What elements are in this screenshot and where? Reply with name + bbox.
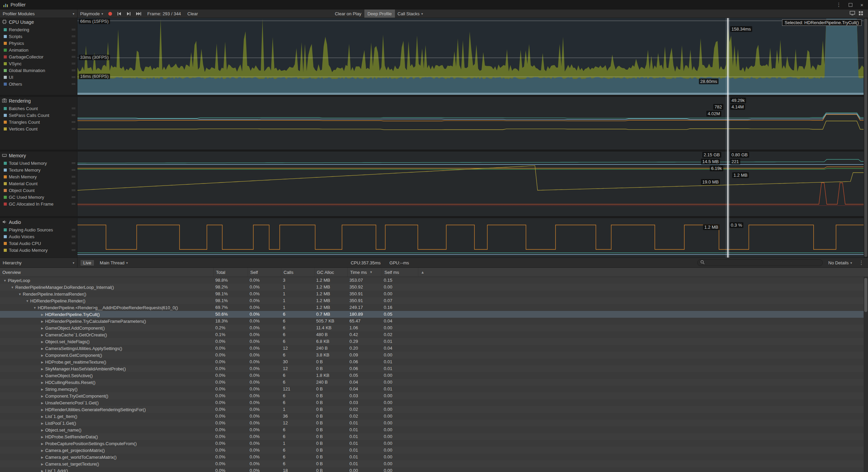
drag-handle-icon[interactable] xyxy=(72,48,75,52)
expander-closed-icon[interactable]: ▶ xyxy=(39,413,45,420)
selected-frame-indicator[interactable] xyxy=(727,18,728,258)
drag-handle-icon[interactable] xyxy=(72,175,75,178)
expander-closed-icon[interactable]: ▶ xyxy=(39,440,45,447)
legend-item-batches-count[interactable]: Batches Count xyxy=(0,105,77,112)
legend-item-global-illumination[interactable]: Global Illumination xyxy=(0,67,77,74)
expander-open-icon[interactable]: ▼ xyxy=(17,291,23,298)
live-toggle[interactable]: Live xyxy=(80,260,94,266)
clear-button[interactable]: Clear xyxy=(184,10,201,18)
table-row[interactable]: ▼PlayerLoop98.8%0.0%31.2 MB353.070.15 xyxy=(0,277,868,284)
drag-handle-icon[interactable] xyxy=(72,55,75,58)
call-stacks-dropdown[interactable]: Call Stacks ▾ xyxy=(395,10,426,18)
layout-grid-icon[interactable] xyxy=(858,11,863,17)
legend-item-others[interactable]: Others xyxy=(0,81,77,87)
table-row[interactable]: ▶HDProbe.SetRenderData()0.0%0.0%60 B0.01… xyxy=(0,433,868,440)
module-header-cpu-usage[interactable]: CPU Usage xyxy=(0,18,77,26)
drag-handle-icon[interactable] xyxy=(72,202,75,206)
table-row[interactable]: ▶SkyManager.HasSetValidAmbientProbe()0.0… xyxy=(0,365,868,372)
table-row[interactable]: ▶List`1.Add()0.0%0.0%180 B0.000.00 xyxy=(0,467,868,472)
legend-item-total-audio-memory[interactable]: Total Audio Memory xyxy=(0,247,77,254)
legend-item-gc-allocated-in-frame[interactable]: GC Allocated In Frame xyxy=(0,200,77,207)
pane-divider[interactable] xyxy=(0,95,868,97)
search-input[interactable] xyxy=(707,260,820,265)
column-header-time-ms[interactable]: Time ms▼ xyxy=(347,268,382,277)
drag-handle-icon[interactable] xyxy=(72,189,75,192)
view-mode-dropdown[interactable]: Hierarchy ▾ xyxy=(0,258,77,267)
table-scrollbar[interactable] xyxy=(864,277,868,472)
table-row[interactable]: ▶String.memcpy()0.0%0.0%1210 B0.040.01 xyxy=(0,386,868,392)
table-row[interactable]: ▶HDRenderPipeline.TryCull()50.6%0.0%60.7… xyxy=(0,311,868,318)
drag-handle-icon[interactable] xyxy=(72,69,75,72)
expander-closed-icon[interactable]: ▶ xyxy=(39,372,45,379)
current-frame-button[interactable] xyxy=(133,10,144,18)
table-row[interactable]: ▶CameraSettingsUtilities.ApplySettings()… xyxy=(0,345,868,352)
expander-closed-icon[interactable]: ▶ xyxy=(39,325,45,332)
module-header-memory[interactable]: Memory xyxy=(0,152,77,160)
module-header-audio[interactable]: Audio xyxy=(0,218,77,226)
expander-open-icon[interactable]: ▼ xyxy=(24,298,30,304)
window-menu-icon[interactable]: ⋮ xyxy=(836,2,842,8)
details-dropdown[interactable]: No Details ▾ xyxy=(826,260,855,265)
table-row[interactable]: ▶Camera.set_targetTexture()0.0%0.0%60 B0… xyxy=(0,460,868,467)
pane-divider[interactable] xyxy=(0,150,868,152)
expander-closed-icon[interactable]: ▶ xyxy=(39,468,45,472)
legend-item-total-audio-cpu[interactable]: Total Audio CPU xyxy=(0,240,77,247)
window-restore-icon[interactable] xyxy=(847,2,853,8)
table-row[interactable]: ▶List`1.get_Item()0.0%0.0%360 B0.020.00 xyxy=(0,413,868,420)
table-row[interactable]: ▶Camera.get_projectionMatrix()0.0%0.0%60… xyxy=(0,447,868,454)
cpu-usage-chart[interactable]: Selected: HDRenderPipeline.TryCull() 66m… xyxy=(77,18,864,95)
table-row[interactable]: ▼RenderPipeline.InternalRender()98.1%0.0… xyxy=(0,291,868,297)
legend-item-ui[interactable]: UI xyxy=(0,74,77,81)
window-close-icon[interactable]: × xyxy=(859,2,865,8)
drag-handle-icon[interactable] xyxy=(72,161,75,165)
drag-handle-icon[interactable] xyxy=(72,228,75,231)
legend-item-object-count[interactable]: Object Count xyxy=(0,187,77,194)
audio-chart[interactable]: 1.2 MB0.3 % xyxy=(77,218,864,258)
drag-handle-icon[interactable] xyxy=(72,182,75,185)
legend-item-material-count[interactable]: Material Count xyxy=(0,180,77,187)
rendering-chart[interactable]: 49.29k7824.14M4.02M xyxy=(77,97,864,150)
table-row[interactable]: ▼HDRenderPipeline.<Render>g__AddHDProbeR… xyxy=(0,304,868,311)
table-row[interactable]: ▶ListPool`1.Get()0.0%0.0%120 B0.010.00 xyxy=(0,420,868,426)
deep-profile-button[interactable]: Deep Profile xyxy=(364,10,395,18)
column-header-self-ms[interactable]: Self ms xyxy=(382,268,418,277)
charts-scrollbar[interactable] xyxy=(864,18,868,258)
hierarchy-menu-icon[interactable]: ⋮ xyxy=(857,260,865,266)
column-header-total[interactable]: Total xyxy=(213,268,248,277)
expander-closed-icon[interactable]: ▶ xyxy=(39,386,45,393)
column-header-gc-alloc[interactable]: GC Alloc xyxy=(314,268,347,277)
drag-handle-icon[interactable] xyxy=(72,62,75,65)
table-scrollbar-thumb[interactable] xyxy=(864,278,867,312)
table-row[interactable]: ▶Component.GetComponent()0.0%0.0%63.8 KB… xyxy=(0,352,868,359)
table-row[interactable]: ▶GameObject.SetActive()0.0%0.0%61.8 KB0.… xyxy=(0,372,868,379)
expander-closed-icon[interactable]: ▶ xyxy=(39,345,45,352)
table-row[interactable]: ▶Camera.get_worldToCameraMatrix()0.0%0.0… xyxy=(0,454,868,460)
legend-item-rendering[interactable]: Rendering xyxy=(0,26,77,33)
legend-item-scripts[interactable]: Scripts xyxy=(0,33,77,40)
memory-chart[interactable]: 2.15 GB0.80 GB14.5 MB2216.19k1.2 MB19.0 … xyxy=(77,152,864,216)
expander-closed-icon[interactable]: ▶ xyxy=(39,318,45,325)
expander-closed-icon[interactable]: ▶ xyxy=(39,420,45,427)
legend-item-texture-memory[interactable]: Texture Memory xyxy=(0,167,77,173)
expander-closed-icon[interactable]: ▶ xyxy=(39,379,45,386)
expander-closed-icon[interactable]: ▶ xyxy=(39,338,45,345)
table-row[interactable]: ▶HDCullingResults.Reset()0.0%0.0%6240 B0… xyxy=(0,379,868,386)
expander-closed-icon[interactable]: ▶ xyxy=(39,332,45,338)
expander-closed-icon[interactable]: ▶ xyxy=(39,393,45,400)
drag-handle-icon[interactable] xyxy=(72,120,75,124)
table-row[interactable]: ▶ProbeCapturePositionSettings.ComputeFro… xyxy=(0,440,868,447)
expander-closed-icon[interactable]: ▶ xyxy=(39,427,45,434)
expander-closed-icon[interactable]: ▶ xyxy=(39,366,45,372)
profiler-modules-dropdown[interactable]: Profiler Modules ▾ xyxy=(0,10,77,18)
drag-handle-icon[interactable] xyxy=(72,107,75,110)
drag-handle-icon[interactable] xyxy=(72,235,75,238)
prev-frame-button[interactable] xyxy=(114,10,124,18)
legend-item-playing-audio-sources[interactable]: Playing Audio Sources xyxy=(0,226,77,233)
table-row[interactable]: ▶HDProbe.get_realtimeTexture()0.0%0.0%30… xyxy=(0,359,868,365)
legend-item-mesh-memory[interactable]: Mesh Memory xyxy=(0,173,77,180)
record-button[interactable] xyxy=(106,10,114,18)
column-header-calls[interactable]: Calls xyxy=(281,268,314,277)
column-header-self[interactable]: Self xyxy=(248,268,281,277)
drag-handle-icon[interactable] xyxy=(72,168,75,172)
drag-handle-icon[interactable] xyxy=(72,75,75,79)
